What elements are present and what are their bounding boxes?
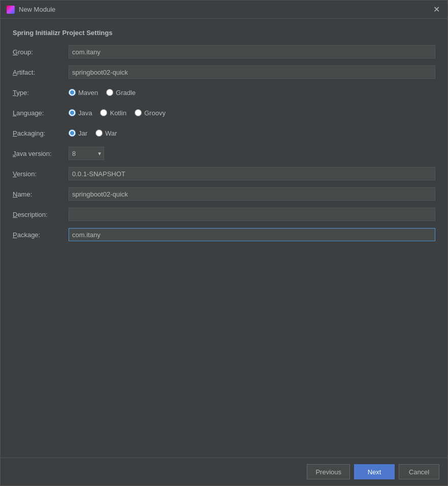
packaging-jar-option[interactable]: Jar xyxy=(69,129,87,137)
app-icon xyxy=(7,6,15,14)
name-row: Name: xyxy=(13,187,435,201)
packaging-label: Packaging: xyxy=(13,129,69,137)
packaging-row: Packaging: Jar War xyxy=(13,126,435,140)
previous-button[interactable]: Previous xyxy=(307,464,350,479)
description-label: Description: xyxy=(13,211,69,218)
language-groovy-option[interactable]: Groovy xyxy=(135,109,166,117)
language-kotlin-radio[interactable] xyxy=(100,109,107,116)
group-label: Group: xyxy=(13,48,69,56)
language-groovy-radio[interactable] xyxy=(135,109,142,116)
version-label: Version: xyxy=(13,170,69,178)
next-button[interactable]: Next xyxy=(354,464,395,479)
language-row: Language: Java Kotlin Groovy xyxy=(13,106,435,120)
type-radio-group: Maven Gradle xyxy=(69,89,136,96)
java-version-label: Java version: xyxy=(13,150,69,157)
title-bar-left: New Module xyxy=(7,6,55,14)
type-maven-radio[interactable] xyxy=(69,89,76,96)
section-title: Spring Initializr Project Settings xyxy=(13,29,435,37)
name-input[interactable] xyxy=(69,187,435,201)
language-radio-group: Java Kotlin Groovy xyxy=(69,109,166,117)
java-version-row: Java version: 8 11 17 ▼ xyxy=(13,146,435,160)
dialog-footer: Previous Next Cancel xyxy=(1,458,447,485)
package-input[interactable] xyxy=(69,228,435,241)
type-gradle-radio[interactable] xyxy=(106,89,113,96)
title-bar: New Module ✕ xyxy=(1,1,447,19)
artifact-label: Artifact: xyxy=(13,69,69,76)
type-label: Type: xyxy=(13,89,69,96)
version-row: Version: xyxy=(13,167,435,181)
packaging-radio-group: Jar War xyxy=(69,129,117,137)
type-gradle-label: Gradle xyxy=(116,89,136,96)
java-version-select[interactable]: 8 11 17 xyxy=(69,147,104,160)
packaging-war-label: War xyxy=(105,129,117,137)
group-row: Group: xyxy=(13,45,435,59)
artifact-input[interactable] xyxy=(69,66,435,79)
dialog-title: New Module xyxy=(19,6,55,13)
artifact-row: Artifact: xyxy=(13,65,435,79)
description-row: Description: xyxy=(13,207,435,221)
language-kotlin-option[interactable]: Kotlin xyxy=(100,109,126,117)
cancel-button[interactable]: Cancel xyxy=(399,464,439,479)
language-java-radio[interactable] xyxy=(69,109,76,116)
type-maven-option[interactable]: Maven xyxy=(69,89,98,96)
language-java-option[interactable]: Java xyxy=(69,109,92,117)
name-label: Name: xyxy=(13,190,69,198)
language-label: Language: xyxy=(13,109,69,117)
java-version-dropdown-container: 8 11 17 ▼ xyxy=(69,147,104,160)
close-button[interactable]: ✕ xyxy=(431,5,441,15)
type-row: Type: Maven Gradle xyxy=(13,85,435,100)
packaging-jar-label: Jar xyxy=(78,129,87,137)
language-kotlin-label: Kotlin xyxy=(110,109,126,117)
group-input[interactable] xyxy=(69,45,435,58)
package-label: Package: xyxy=(13,231,69,239)
type-maven-label: Maven xyxy=(78,89,98,96)
package-row: Package: xyxy=(13,228,435,242)
version-input[interactable] xyxy=(69,167,435,180)
language-groovy-label: Groovy xyxy=(144,109,166,117)
packaging-war-option[interactable]: War xyxy=(95,129,117,137)
packaging-war-radio[interactable] xyxy=(95,129,103,137)
new-module-dialog: New Module ✕ Spring Initializr Project S… xyxy=(0,0,448,486)
language-java-label: Java xyxy=(78,109,92,117)
dialog-content: Spring Initializr Project Settings Group… xyxy=(1,19,447,458)
description-input[interactable] xyxy=(69,208,435,221)
type-gradle-option[interactable]: Gradle xyxy=(106,89,136,96)
packaging-jar-radio[interactable] xyxy=(69,129,76,137)
